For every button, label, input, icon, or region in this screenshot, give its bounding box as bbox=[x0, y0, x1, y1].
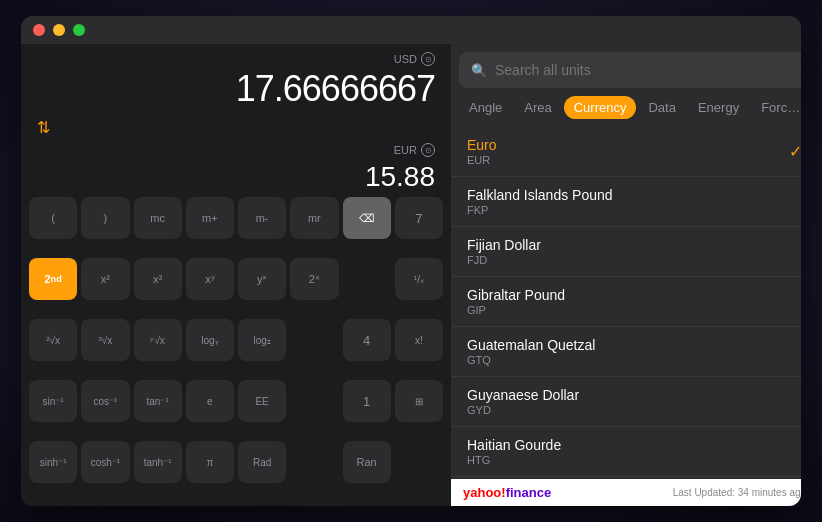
btn-2x[interactable]: 2ˣ bbox=[290, 258, 338, 300]
currency-code: HTG bbox=[467, 454, 561, 466]
btn-7[interactable]: 7 bbox=[395, 197, 443, 239]
list-item[interactable]: Gibraltar Pound GIP bbox=[451, 277, 801, 327]
btn-mc[interactable]: mc bbox=[134, 197, 182, 239]
tab-force[interactable]: Forc… bbox=[751, 96, 801, 119]
list-item[interactable]: Guyanaese Dollar GYD bbox=[451, 377, 801, 427]
list-item[interactable]: Euro EUR ✓ bbox=[451, 127, 801, 177]
secondary-display-row: EUR ⊙ bbox=[21, 141, 451, 161]
btn-inv[interactable]: ¹/ₓ bbox=[395, 258, 443, 300]
tab-currency[interactable]: Currency bbox=[564, 96, 637, 119]
btn-4[interactable]: 4 bbox=[343, 319, 391, 361]
main-currency-icon[interactable]: ⊙ bbox=[421, 52, 435, 66]
btn-log2[interactable]: log₂ bbox=[238, 319, 286, 361]
btn-pi[interactable]: π bbox=[186, 441, 234, 483]
search-input[interactable] bbox=[495, 62, 798, 78]
list-item[interactable]: Haitian Gourde HTG bbox=[451, 427, 801, 477]
main-currency-label: USD bbox=[394, 53, 417, 65]
btn-sinh-inv[interactable]: sinh⁻¹ bbox=[29, 441, 77, 483]
btn-mplus[interactable]: m+ bbox=[186, 197, 234, 239]
main-display: USD ⊙ 17.66666667 bbox=[21, 44, 451, 114]
main-value: 17.66666667 bbox=[37, 68, 435, 110]
category-tabs: Angle Area Currency Data Energy Forc… bbox=[451, 96, 801, 127]
list-item[interactable]: Fijian Dollar FJD bbox=[451, 227, 801, 277]
btn-ee[interactable]: EE bbox=[238, 380, 286, 422]
btn-factorial[interactable]: x! bbox=[395, 319, 443, 361]
btn-tanh-inv[interactable]: tanh⁻¹ bbox=[134, 441, 182, 483]
btn-open-paren[interactable]: ( bbox=[29, 197, 77, 239]
btn-x3[interactable]: x³ bbox=[134, 258, 182, 300]
btn-ran[interactable]: Ran bbox=[343, 441, 391, 483]
search-icon: 🔍 bbox=[471, 63, 487, 78]
buttons-grid: ( ) mc m+ m- mr ⌫ 7 2nd x² x³ xʸ yˣ 2ˣ ¹… bbox=[21, 193, 451, 506]
tab-angle[interactable]: Angle bbox=[459, 96, 512, 119]
btn-backspace[interactable]: ⌫ bbox=[343, 197, 391, 239]
tab-data[interactable]: Data bbox=[638, 96, 685, 119]
btn-1[interactable]: 1 bbox=[343, 380, 391, 422]
btn-logy[interactable]: logᵧ bbox=[186, 319, 234, 361]
currency-code: FJD bbox=[467, 254, 541, 266]
currency-name: Guatemalan Quetzal bbox=[467, 337, 595, 353]
currency-code: FKP bbox=[467, 204, 613, 216]
currency-code: GTQ bbox=[467, 354, 595, 366]
check-icon: ✓ bbox=[789, 142, 801, 161]
currency-name: Guyanaese Dollar bbox=[467, 387, 579, 403]
btn-sqrt3[interactable]: ³√x bbox=[81, 319, 129, 361]
secondary-value: 15.88 bbox=[21, 161, 451, 193]
btn-rad[interactable]: Rad bbox=[238, 441, 286, 483]
secondary-currency-label: EUR bbox=[394, 144, 417, 156]
btn-yx[interactable]: yˣ bbox=[238, 258, 286, 300]
mac-window: USD ⊙ 17.66666667 ⇅ EUR ⊙ 15.88 ( ) mc m… bbox=[21, 16, 801, 506]
btn-sqrty[interactable]: ʸ√x bbox=[134, 319, 182, 361]
btn-close-paren[interactable]: ) bbox=[81, 197, 129, 239]
btn-cos-inv[interactable]: cos⁻¹ bbox=[81, 380, 129, 422]
btn-cosh-inv[interactable]: cosh⁻¹ bbox=[81, 441, 129, 483]
tab-area[interactable]: Area bbox=[514, 96, 561, 119]
btn-e[interactable]: e bbox=[186, 380, 234, 422]
yahoo-update-text: Last Updated: 34 minutes ago bbox=[673, 487, 801, 498]
btn-sqrt2[interactable]: ²√x bbox=[29, 319, 77, 361]
fullscreen-button[interactable] bbox=[73, 24, 85, 36]
currency-code: EUR bbox=[467, 154, 497, 166]
btn-grid[interactable]: ⊞ bbox=[395, 380, 443, 422]
currency-code: GIP bbox=[467, 304, 565, 316]
yahoo-footer: yahoo!finance Last Updated: 34 minutes a… bbox=[451, 479, 801, 506]
title-bar bbox=[21, 16, 801, 44]
currency-list: Euro EUR ✓ Falkland Islands Pound FKP Fi… bbox=[451, 127, 801, 479]
tab-energy[interactable]: Energy bbox=[688, 96, 749, 119]
btn-mr[interactable]: mr bbox=[290, 197, 338, 239]
list-item[interactable]: Honduran Lempira HNL bbox=[451, 477, 801, 479]
list-item[interactable]: Guatemalan Quetzal GTQ bbox=[451, 327, 801, 377]
calculator: USD ⊙ 17.66666667 ⇅ EUR ⊙ 15.88 ( ) mc m… bbox=[21, 44, 451, 506]
currency-name: Euro bbox=[467, 137, 497, 153]
btn-x2[interactable]: x² bbox=[81, 258, 129, 300]
secondary-currency-icon[interactable]: ⊙ bbox=[421, 143, 435, 157]
currency-name: Fijian Dollar bbox=[467, 237, 541, 253]
btn-2nd[interactable]: 2nd bbox=[29, 258, 77, 300]
yahoo-logo: yahoo!finance bbox=[463, 485, 551, 500]
minimize-button[interactable] bbox=[53, 24, 65, 36]
currency-name: Haitian Gourde bbox=[467, 437, 561, 453]
btn-tan-inv[interactable]: tan⁻¹ bbox=[134, 380, 182, 422]
btn-sin-inv[interactable]: sin⁻¹ bbox=[29, 380, 77, 422]
list-item[interactable]: Falkland Islands Pound FKP bbox=[451, 177, 801, 227]
currency-name: Falkland Islands Pound bbox=[467, 187, 613, 203]
unit-panel: 🔍 Angle Area Currency Data Energy Forc… … bbox=[451, 44, 801, 506]
currency-name: Gibraltar Pound bbox=[467, 287, 565, 303]
currency-code: GYD bbox=[467, 404, 579, 416]
close-button[interactable] bbox=[33, 24, 45, 36]
swap-icon[interactable]: ⇅ bbox=[21, 114, 451, 141]
search-bar: 🔍 bbox=[459, 52, 801, 88]
btn-mminus[interactable]: m- bbox=[238, 197, 286, 239]
btn-xy[interactable]: xʸ bbox=[186, 258, 234, 300]
